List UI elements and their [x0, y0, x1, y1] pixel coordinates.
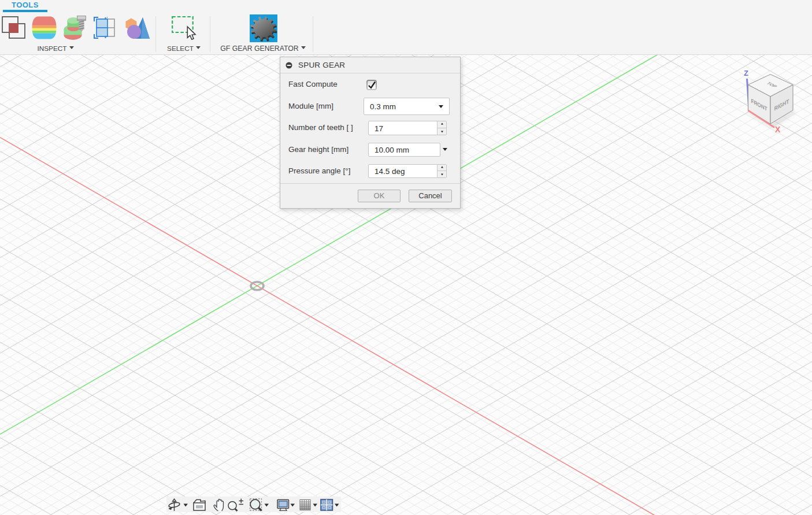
- svg-text:Z: Z: [744, 69, 748, 77]
- svg-text:X: X: [775, 125, 781, 134]
